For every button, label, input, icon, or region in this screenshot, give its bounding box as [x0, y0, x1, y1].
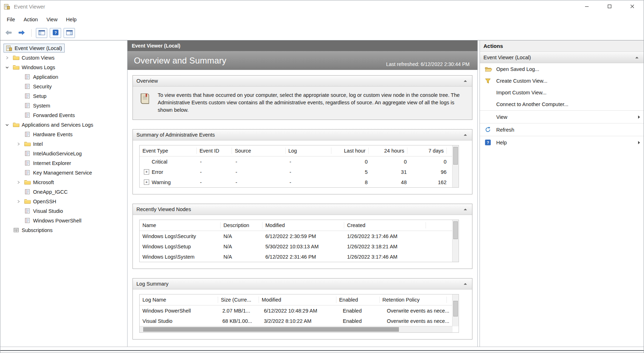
maximize-button[interactable] — [598, 0, 621, 13]
column-header-modified[interactable]: Modified — [259, 297, 336, 303]
action-refresh[interactable]: Refresh — [480, 124, 644, 136]
help-button[interactable]: ? — [50, 28, 61, 38]
admin-events-summary-header: Summary of Administrative Events — [133, 129, 472, 140]
summary-content: Overview To view events that have occurr… — [128, 70, 477, 347]
expand-icon[interactable]: + — [144, 169, 149, 175]
minimize-button[interactable] — [575, 0, 598, 13]
tree-item-subscriptions[interactable]: Subscriptions — [0, 225, 127, 235]
column-header-name[interactable]: Name — [140, 222, 221, 228]
tree-item-intel[interactable]: Intel — [0, 139, 127, 149]
column-header-7-days[interactable]: 7 days — [407, 148, 447, 154]
column-header-event-id[interactable]: Event ID — [197, 148, 232, 154]
overview-section: Overview To view events that have occurr… — [132, 75, 472, 120]
chevron-expanded-icon[interactable] — [4, 65, 11, 70]
results-pane-title: Event Viewer (Local) — [128, 40, 477, 51]
column-header-log[interactable]: Log — [286, 148, 331, 154]
column-header-description[interactable]: Description — [221, 222, 263, 228]
log-summary-body: Log NameSize (Curre...ModifiedEnabledRet… — [133, 289, 472, 339]
action-help[interactable]: ?Help — [480, 137, 644, 148]
event-viewer-window: Event Viewer FileActionViewHelp ? Event … — [0, 0, 644, 353]
column-header-retention-policy[interactable]: Retention Policy — [380, 297, 447, 303]
tree-item-windows-powershell[interactable]: Windows PowerShell — [0, 216, 127, 225]
chevron-collapsed-icon[interactable] — [4, 56, 11, 60]
tree-item-hardware-events[interactable]: Hardware Events — [0, 129, 127, 139]
chevron-up-icon[interactable] — [633, 56, 641, 59]
column-header-created[interactable]: Created — [344, 222, 426, 228]
admin-events-summary-row[interactable]: Critical---000 — [140, 156, 459, 167]
vertical-scrollbar[interactable] — [452, 294, 459, 326]
folder-icon — [23, 199, 32, 204]
tree-item-windows-logs[interactable]: Windows Logs — [0, 62, 127, 72]
action-create-custom-view[interactable]: Create Custom View... — [480, 75, 644, 87]
show-console-tree-button[interactable] — [36, 28, 47, 38]
column-header-last-hour[interactable]: Last hour — [331, 148, 369, 154]
recently-viewed-row[interactable]: Windows Logs\SetupN/A5/30/2022 10:03:13 … — [140, 241, 459, 252]
forward-button[interactable] — [16, 28, 27, 38]
show-action-pane-button[interactable] — [64, 28, 75, 38]
vertical-scrollbar[interactable] — [452, 220, 459, 262]
admin-events-summary-row[interactable]: +Warning---848162 — [140, 177, 459, 187]
tree-item-label: Windows PowerShell — [33, 218, 81, 224]
collapse-button[interactable] — [461, 80, 469, 82]
tree-item-oneapp-igcc[interactable]: OneApp_IGCC — [0, 187, 127, 197]
column-header-source[interactable]: Source — [232, 148, 286, 154]
recently-viewed-row[interactable]: Windows Logs\SecurityN/A6/12/2022 2:30:5… — [140, 231, 459, 241]
chevron-collapsed-icon[interactable] — [15, 142, 22, 146]
admin-events-summary-cell-event-id: - — [197, 180, 233, 185]
expand-icon[interactable]: + — [144, 180, 149, 185]
filter-icon — [485, 78, 496, 84]
tree-item-key-management-service[interactable]: Key Management Service — [0, 168, 127, 177]
column-header-enabled[interactable]: Enabled — [336, 297, 380, 303]
tree-item-internet-explorer[interactable]: Internet Explorer — [0, 158, 127, 168]
maximize-icon — [607, 4, 612, 10]
column-header-log-name[interactable]: Log Name — [140, 297, 218, 303]
tree-item-visual-studio[interactable]: Visual Studio — [0, 206, 127, 216]
tree-item-setup[interactable]: Setup — [0, 91, 127, 101]
tree-item-inner: Event Viewer (Local) — [4, 44, 65, 53]
back-button[interactable] — [3, 28, 14, 38]
chevron-collapsed-icon[interactable] — [15, 199, 22, 204]
collapse-button[interactable] — [461, 208, 469, 210]
action-connect-to-another-computer[interactable]: Connect to Another Computer... — [480, 98, 644, 110]
tree-item-forwarded-events[interactable]: Forwarded Events — [0, 110, 127, 120]
actions-section-header[interactable]: Event Viewer (Local) — [480, 52, 644, 63]
column-header-24-hours[interactable]: 24 hours — [369, 148, 407, 154]
close-button[interactable] — [621, 0, 644, 13]
action-view[interactable]: View — [480, 111, 644, 123]
chevron-collapsed-icon[interactable] — [15, 180, 22, 184]
column-header-modified[interactable]: Modified — [263, 222, 344, 228]
tree-item-intelaudioservicelog[interactable]: IntelAudioServiceLog — [0, 149, 127, 158]
recently-viewed-row[interactable]: Windows Logs\SystemN/A6/12/2022 2:31:46 … — [140, 252, 459, 262]
column-header-event-type[interactable]: Event Type — [140, 148, 197, 154]
tree-item-microsoft[interactable]: Microsoft — [0, 177, 127, 187]
overview-banner: Overview and Summary Last refreshed: 6/1… — [128, 51, 477, 70]
action-open-saved-log[interactable]: Open Saved Log... — [480, 63, 644, 75]
log-summary-row[interactable]: Windows PowerShell2.07 MB/1...6/12/2022 … — [140, 305, 459, 316]
menu-help[interactable]: Help — [62, 15, 81, 24]
collapse-button[interactable] — [461, 283, 469, 285]
scrollbar-thumb[interactable] — [453, 301, 458, 316]
action-import-custom-view[interactable]: Import Custom View... — [480, 87, 644, 98]
recently-viewed-cell-created: 1/26/2022 3:17:46 AM — [344, 254, 426, 260]
tree-item-system[interactable]: System — [0, 101, 127, 110]
vertical-scrollbar[interactable] — [452, 145, 459, 187]
menu-view[interactable]: View — [42, 15, 62, 24]
horizontal-scrollbar[interactable] — [140, 326, 453, 332]
tree-item-custom-views[interactable]: Custom Views — [0, 53, 127, 62]
tree-item-event-viewer-local[interactable]: Event Viewer (Local) — [0, 43, 127, 53]
menu-file[interactable]: File — [2, 15, 19, 24]
menu-action[interactable]: Action — [19, 15, 42, 24]
collapse-button[interactable] — [461, 134, 469, 136]
console-tree-icon — [38, 30, 45, 37]
tree-item-security[interactable]: Security — [0, 82, 127, 91]
scrollbar-thumb[interactable] — [143, 327, 399, 332]
tree-item-openssh[interactable]: OpenSSH — [0, 197, 127, 206]
tree-item-application[interactable]: Application — [0, 72, 127, 82]
column-header-size-curre[interactable]: Size (Curre... — [218, 297, 259, 303]
scrollbar-thumb[interactable] — [453, 147, 458, 165]
admin-events-summary-row[interactable]: +Error---53196 — [140, 167, 459, 177]
tree-item-applications-and-services-logs[interactable]: Applications and Services Logs — [0, 120, 127, 129]
chevron-expanded-icon[interactable] — [4, 123, 11, 127]
scrollbar-thumb[interactable] — [453, 221, 458, 239]
log-summary-row[interactable]: Visual Studio68 KB/1.00...3/2/2022 8:10:… — [140, 316, 459, 326]
